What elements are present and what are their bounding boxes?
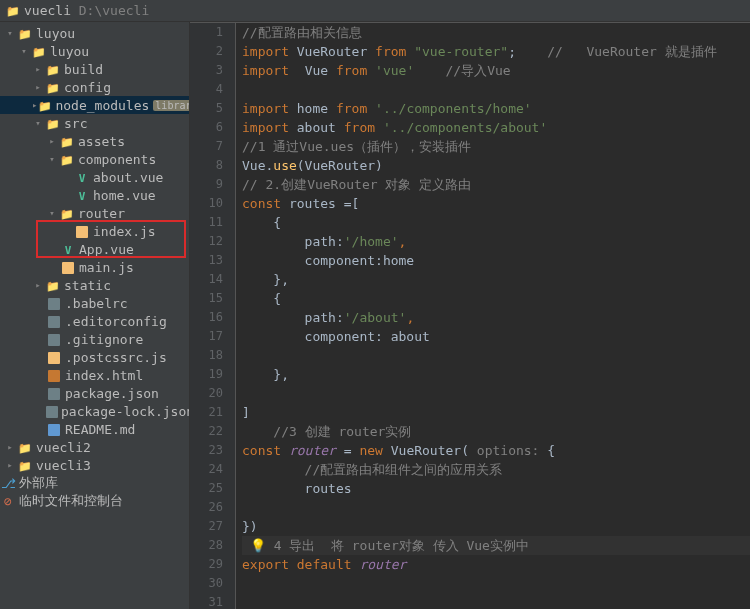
code-line: //配置路由相关信息 bbox=[242, 23, 750, 42]
code-line: { bbox=[242, 213, 750, 232]
tree-folder-build[interactable]: ▸build bbox=[0, 60, 189, 78]
tree-label: 临时文件和控制台 bbox=[19, 492, 123, 510]
tree-folder-router[interactable]: ▾router bbox=[0, 204, 189, 222]
file-icon bbox=[46, 314, 62, 329]
tree-file-editorconfig[interactable]: .editorconfig bbox=[0, 312, 189, 330]
tree-file-about-vue[interactable]: about.vue bbox=[0, 168, 189, 186]
chevron-down-icon[interactable]: ▾ bbox=[4, 27, 16, 39]
tree-label: .babelrc bbox=[65, 296, 128, 311]
tree-file-index-js[interactable]: index.js bbox=[0, 222, 189, 240]
chevron-right-icon[interactable]: ▸ bbox=[32, 279, 44, 291]
code-line: Vue.use(VueRouter) bbox=[242, 156, 750, 175]
code-area[interactable]: //配置路由相关信息 import VueRouter from "vue-ro… bbox=[236, 23, 750, 609]
chevron-right-icon[interactable]: ▸ bbox=[32, 63, 44, 75]
code-line bbox=[242, 593, 750, 609]
html-icon bbox=[46, 368, 62, 383]
chevron-down-icon[interactable]: ▾ bbox=[46, 207, 58, 219]
json-icon bbox=[46, 386, 62, 401]
code-line: component: about bbox=[242, 327, 750, 346]
tree-file-readme[interactable]: README.md bbox=[0, 420, 189, 438]
folder-icon bbox=[17, 440, 33, 455]
tree-folder-components[interactable]: ▾components bbox=[0, 150, 189, 168]
tree-label: config bbox=[64, 80, 111, 95]
folder-icon bbox=[45, 116, 61, 131]
tree-file-app-vue[interactable]: App.vue bbox=[0, 240, 189, 258]
tree-file-main-js[interactable]: main.js bbox=[0, 258, 189, 276]
code-line: import Vue from 'vue' //导入Vue bbox=[242, 61, 750, 80]
code-line: }, bbox=[242, 365, 750, 384]
tree-file-home-vue[interactable]: home.vue bbox=[0, 186, 189, 204]
tree-file-babelrc[interactable]: .babelrc bbox=[0, 294, 189, 312]
js-icon bbox=[74, 224, 90, 239]
folder-icon bbox=[45, 80, 61, 95]
chevron-right-icon[interactable]: ▸ bbox=[4, 459, 16, 471]
folder-icon bbox=[38, 98, 52, 113]
file-icon bbox=[46, 296, 62, 311]
tree-label: .gitignore bbox=[65, 332, 143, 347]
chevron-right-icon[interactable]: ▸ bbox=[32, 99, 37, 111]
code-line: //1 通过Vue.ues（插件），安装插件 bbox=[242, 137, 750, 156]
tree-folder-luyou-inner[interactable]: ▾luyou bbox=[0, 42, 189, 60]
chevron-right-icon[interactable]: ▸ bbox=[4, 441, 16, 453]
tree-external-libraries[interactable]: 外部库 bbox=[0, 474, 189, 492]
chevron-down-icon[interactable]: ▾ bbox=[46, 153, 58, 165]
tree-folder-node-modules[interactable]: ▸node_moduleslibrary bbox=[0, 96, 189, 114]
chevron-down-icon[interactable]: ▾ bbox=[32, 117, 44, 129]
code-line: //3 创建 router实例 bbox=[242, 422, 750, 441]
tree-folder-src[interactable]: ▾src bbox=[0, 114, 189, 132]
tree-folder-vuecli3[interactable]: ▸vuecli3 bbox=[0, 456, 189, 474]
tree-label: .editorconfig bbox=[65, 314, 167, 329]
line-number-gutter: 12345678910 11121314151617181920 2122232… bbox=[190, 23, 236, 609]
library-icon bbox=[0, 476, 16, 491]
tree-label: luyou bbox=[36, 26, 75, 41]
tree-folder-config[interactable]: ▸config bbox=[0, 78, 189, 96]
code-line: export default router bbox=[242, 555, 750, 574]
tree-label: package-lock.json bbox=[61, 404, 190, 419]
tree-label: components bbox=[78, 152, 156, 167]
folder-icon bbox=[17, 26, 33, 41]
code-line: component:home bbox=[242, 251, 750, 270]
tree-file-package-json[interactable]: package.json bbox=[0, 384, 189, 402]
code-line: { bbox=[242, 289, 750, 308]
tree-file-gitignore[interactable]: .gitignore bbox=[0, 330, 189, 348]
vue-icon bbox=[60, 242, 76, 257]
tree-label: static bbox=[64, 278, 111, 293]
vue-icon bbox=[74, 188, 90, 203]
chevron-right-icon[interactable]: ▸ bbox=[46, 135, 58, 147]
tree-folder-luyou[interactable]: ▾luyou bbox=[0, 24, 189, 42]
tree-file-postcssrc[interactable]: .postcssrc.js bbox=[0, 348, 189, 366]
tree-folder-vuecli2[interactable]: ▸vuecli2 bbox=[0, 438, 189, 456]
tree-folder-assets[interactable]: ▸assets bbox=[0, 132, 189, 150]
vue-icon bbox=[74, 170, 90, 185]
tree-label: build bbox=[64, 62, 103, 77]
code-line: }, bbox=[242, 270, 750, 289]
folder-icon bbox=[17, 458, 33, 473]
tree-label: .postcssrc.js bbox=[65, 350, 167, 365]
project-tree[interactable]: ▾luyou ▾luyou ▸build ▸config ▸node_modul… bbox=[0, 22, 190, 609]
chevron-down-icon[interactable]: ▾ bbox=[18, 45, 30, 57]
code-line: const router = new VueRouter( options: { bbox=[242, 441, 750, 460]
tree-file-package-lock[interactable]: package-lock.json bbox=[0, 402, 189, 420]
tree-label: assets bbox=[78, 134, 125, 149]
tree-label: package.json bbox=[65, 386, 159, 401]
tree-file-index-html[interactable]: index.html bbox=[0, 366, 189, 384]
code-line: }) bbox=[242, 517, 750, 536]
folder-icon bbox=[59, 134, 75, 149]
code-line: import home from '../components/home' bbox=[242, 99, 750, 118]
code-line: ] bbox=[242, 403, 750, 422]
chevron-right-icon[interactable]: ▸ bbox=[32, 81, 44, 93]
tree-label: home.vue bbox=[93, 188, 156, 203]
code-line: // 2.创建VueRouter 对象 定义路由 bbox=[242, 175, 750, 194]
tree-scratches[interactable]: 临时文件和控制台 bbox=[0, 492, 189, 510]
code-editor[interactable]: 12345678910 11121314151617181920 2122232… bbox=[190, 22, 750, 609]
tree-folder-static[interactable]: ▸static bbox=[0, 276, 189, 294]
tree-label: 外部库 bbox=[19, 474, 58, 492]
code-line bbox=[242, 574, 750, 593]
bulb-icon[interactable]: 💡 bbox=[250, 538, 266, 553]
folder-icon bbox=[31, 44, 47, 59]
tree-label: vuecli3 bbox=[36, 458, 91, 473]
tree-label: main.js bbox=[79, 260, 134, 275]
code-line: //配置路由和组件之间的应用关系 bbox=[242, 460, 750, 479]
project-name: vuecli bbox=[24, 3, 71, 18]
js-icon bbox=[60, 260, 76, 275]
